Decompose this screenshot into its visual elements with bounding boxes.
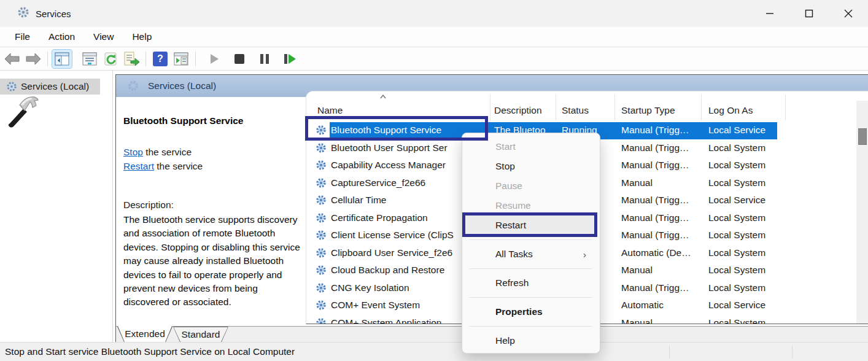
menu-view[interactable]: View bbox=[85, 29, 122, 45]
restart-service-line: Restart the service bbox=[123, 159, 203, 173]
export-list-icon[interactable] bbox=[122, 50, 141, 68]
menu-help[interactable]: Help bbox=[123, 29, 160, 45]
toolbar-separator bbox=[145, 52, 146, 66]
service-startup-type: Manual (Trigg… bbox=[621, 195, 689, 206]
submenu-chevron-icon: › bbox=[583, 249, 586, 260]
service-name: Cloud Backup and Restore bbox=[331, 265, 444, 276]
restart-service-icon[interactable] bbox=[280, 50, 300, 68]
service-startup-type: Manual (Trigg… bbox=[621, 230, 689, 241]
service-startup-type: Automatic (De… bbox=[621, 247, 691, 258]
context-menu-item-stop[interactable]: Stop bbox=[462, 157, 600, 176]
service-log-on-as: Local Service bbox=[708, 125, 765, 136]
extended-view-icon[interactable] bbox=[171, 50, 191, 68]
context-menu-item-start: Start bbox=[462, 137, 600, 157]
service-log-on-as: Local System bbox=[708, 212, 765, 223]
context-menu-separator bbox=[470, 268, 592, 269]
service-name: Certificate Propagation bbox=[331, 212, 428, 223]
service-gear-icon bbox=[316, 300, 327, 313]
service-description: The Bluetooth service supports discovery… bbox=[123, 213, 303, 309]
selected-service-title: Bluetooth Support Service bbox=[123, 115, 244, 126]
show-console-tree-icon[interactable] bbox=[52, 50, 72, 68]
service-name: Cellular Time bbox=[331, 195, 386, 206]
service-name: Bluetooth Support Service bbox=[331, 125, 441, 136]
service-log-on-as: Local System bbox=[708, 160, 765, 171]
menu-file[interactable]: File bbox=[6, 29, 39, 45]
service-gear-icon bbox=[316, 317, 327, 325]
description-label: Description: bbox=[123, 200, 174, 211]
stop-service-link[interactable]: Stop bbox=[123, 147, 143, 157]
service-startup-type: Manual (Trigg… bbox=[621, 282, 689, 293]
service-gear-icon bbox=[316, 212, 327, 226]
task-pane: Bluetooth Support Service Stop the servi… bbox=[116, 97, 306, 326]
service-startup-type: Manual (Trigg… bbox=[621, 160, 689, 171]
tab-extended[interactable]: Extended bbox=[117, 327, 172, 342]
pause-service-icon[interactable] bbox=[255, 50, 274, 68]
context-menu-item-restart[interactable]: Restart bbox=[465, 215, 597, 235]
service-gear-icon bbox=[316, 142, 327, 156]
status-text: Stop and Start service Bluetooth Support… bbox=[5, 346, 295, 357]
vertical-scrollbar[interactable] bbox=[856, 101, 868, 324]
service-name: Client License Service (ClipS bbox=[331, 230, 454, 241]
service-log-on-as: Local System bbox=[708, 282, 765, 293]
maximize-button[interactable] bbox=[789, 0, 829, 27]
context-menu-item-pause: Pause bbox=[462, 176, 600, 196]
menu-action[interactable]: Action bbox=[40, 29, 83, 45]
hammer-icon bbox=[5, 93, 39, 131]
service-name: COM+ Event System bbox=[331, 300, 420, 311]
service-log-on-as: Local System bbox=[708, 265, 765, 276]
service-gear-icon bbox=[316, 195, 327, 208]
console-tree-pane: Services (Local) bbox=[0, 71, 113, 342]
status-bar: Stop and Start service Bluetooth Support… bbox=[0, 342, 868, 361]
service-log-on-as: Local Service bbox=[708, 300, 765, 311]
tree-item-label: Services (Local) bbox=[21, 81, 89, 92]
menu-bar: File Action View Help bbox=[0, 27, 868, 47]
tab-standard[interactable]: Standard bbox=[173, 327, 228, 342]
forward-arrow-icon[interactable] bbox=[23, 50, 43, 68]
context-menu-item-resume: Resume bbox=[462, 196, 600, 215]
service-startup-type: Manual (Trigg… bbox=[621, 142, 689, 153]
service-name: Bluetooth User Support Ser bbox=[331, 142, 448, 153]
service-log-on-as: Local System bbox=[708, 142, 765, 153]
stop-service-line: Stop the service bbox=[123, 145, 203, 159]
minimize-button[interactable] bbox=[750, 0, 789, 27]
service-log-on-as: Local System bbox=[708, 247, 765, 258]
context-menu-item-properties[interactable]: Properties bbox=[462, 302, 600, 322]
main-area: Services (Local) Services (Local) Blueto… bbox=[0, 71, 868, 342]
service-name: Clipboard User Service_f2e6 bbox=[331, 247, 452, 258]
context-menu-separator bbox=[470, 297, 592, 298]
properties-window-icon[interactable] bbox=[80, 50, 99, 68]
restart-service-link[interactable]: Restart bbox=[123, 161, 154, 171]
service-gear-icon bbox=[316, 177, 327, 191]
back-arrow-icon[interactable] bbox=[2, 50, 22, 68]
service-gear-icon bbox=[316, 265, 327, 278]
service-name: COM+ System Application bbox=[331, 317, 441, 325]
service-startup-type: Manual bbox=[621, 317, 653, 325]
service-startup-type: Manual bbox=[621, 265, 653, 276]
context-menu-item-all-tasks[interactable]: All Tasks› bbox=[462, 244, 600, 264]
service-gear-icon bbox=[316, 230, 327, 243]
context-menu-item-refresh[interactable]: Refresh bbox=[462, 273, 600, 293]
context-menu: StartStopPauseResumeRestartAll Tasks›Ref… bbox=[462, 133, 600, 354]
service-startup-type: Manual (Trigg… bbox=[621, 125, 689, 136]
services-gear-icon bbox=[6, 81, 17, 92]
stop-service-icon[interactable] bbox=[230, 50, 249, 68]
services-app-icon bbox=[17, 6, 29, 21]
band-title: Services (Local) bbox=[148, 80, 216, 91]
toolbar-separator bbox=[47, 52, 48, 66]
service-log-on-as: Local System bbox=[708, 317, 765, 325]
toolbar-separator bbox=[195, 52, 196, 66]
help-icon[interactable]: ? bbox=[150, 50, 170, 68]
start-service-icon[interactable] bbox=[204, 50, 224, 68]
close-button[interactable] bbox=[829, 0, 868, 27]
scrollbar-thumb[interactable] bbox=[858, 128, 867, 145]
refresh-icon[interactable] bbox=[101, 50, 120, 68]
title-bar: Services bbox=[0, 0, 868, 27]
service-startup-type: Automatic bbox=[621, 300, 664, 311]
service-gear-icon bbox=[316, 282, 327, 296]
service-name: CaptureService_f2e66 bbox=[331, 177, 425, 188]
context-menu-item-help[interactable]: Help bbox=[462, 331, 600, 351]
service-gear-icon bbox=[316, 125, 327, 138]
window-title: Services bbox=[36, 9, 71, 19]
service-gear-icon bbox=[316, 247, 327, 261]
service-log-on-as: Local System bbox=[708, 177, 765, 188]
